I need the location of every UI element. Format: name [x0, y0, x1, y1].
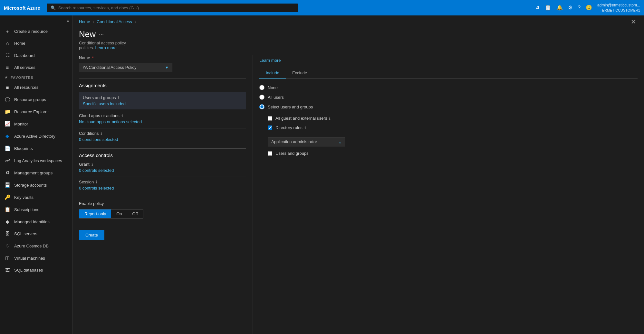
checkbox-directory-roles-input[interactable]: [268, 125, 272, 130]
sidebar-item-resource-groups[interactable]: ◯ Resource groups: [0, 93, 72, 106]
sidebar-item-management-groups[interactable]: ♻ Management groups: [0, 167, 72, 179]
directory-roles-info-icon: ℹ: [304, 125, 306, 130]
settings-icon[interactable]: ⚙: [568, 5, 572, 11]
right-panel: Learn more Include Exclude None All user…: [253, 55, 644, 334]
cosmos-db-label: Azure Cosmos DB: [14, 244, 49, 248]
key-vaults-icon: 🔑: [5, 194, 10, 200]
breadcrumb-section[interactable]: Conditional Access: [97, 19, 132, 24]
assignments-group: Assignments Users and groups ℹ Specific …: [79, 83, 246, 142]
blueprints-label: Blueprints: [14, 146, 33, 151]
page-header: New ··· Conditional access policy polici…: [72, 27, 644, 55]
all-resources-icon: ■: [5, 85, 10, 90]
specific-users-link[interactable]: Specific users included: [83, 101, 242, 106]
radio-none-label: None: [268, 85, 278, 90]
sidebar-item-azure-cosmos-db[interactable]: ♡ Azure Cosmos DB: [0, 240, 72, 252]
access-controls-group: Access controls Grant ℹ 0 controls selec…: [79, 153, 246, 190]
radio-select-users-input[interactable]: [259, 104, 264, 109]
sidebar-item-resource-explorer[interactable]: 📁 Resource Explorer: [0, 106, 72, 118]
radio-select-users[interactable]: Select users and groups: [259, 104, 638, 109]
search-bar[interactable]: 🔍: [47, 4, 298, 12]
search-icon: 🔍: [51, 5, 56, 10]
sidebar-item-key-vaults[interactable]: 🔑 Key vaults: [0, 191, 72, 203]
dashboard-label: Dashboard: [14, 53, 35, 58]
log-analytics-icon: ☍: [5, 158, 10, 163]
sidebar-item-managed-identities[interactable]: ◆ Managed Identities: [0, 216, 72, 228]
radio-none[interactable]: None: [259, 85, 638, 90]
checkbox-directory-roles[interactable]: Directory roles ℹ: [268, 125, 638, 130]
page-subtitle: Conditional access policy policies. Lear…: [79, 41, 638, 50]
grant-value-link[interactable]: 0 controls selected: [79, 168, 246, 173]
home-icon: ⌂: [5, 41, 10, 46]
help-icon[interactable]: ?: [578, 5, 581, 11]
sidebar-item-virtual-machines[interactable]: ◫ Virtual machines: [0, 252, 72, 264]
two-panel: Name * YA Conditional Access Policy ▼ As…: [72, 55, 644, 334]
sidebar: « + Create a resource ⌂ Home ☷ Dashboard…: [0, 15, 72, 334]
tab-bar: Include Exclude: [259, 68, 638, 79]
checkbox-users-groups-input[interactable]: [268, 151, 272, 156]
sidebar-item-subscriptions[interactable]: 📋 Subscriptions: [0, 203, 72, 216]
sidebar-item-blueprints[interactable]: 📄 Blueprints: [0, 142, 72, 154]
conditions-label: Conditions: [79, 131, 99, 136]
enable-policy-label: Enable policy: [79, 201, 246, 206]
search-input[interactable]: [58, 5, 294, 10]
users-checkbox-group: All guest and external users ℹ Directory…: [268, 116, 638, 156]
content-area: Home › Conditional Access › New ··· Cond…: [72, 15, 644, 334]
toggle-report-only-button[interactable]: Report-only: [79, 209, 111, 218]
collapse-sidebar-button[interactable]: «: [0, 15, 72, 25]
sidebar-item-azure-active-directory[interactable]: ◆ Azure Active Directory: [0, 130, 72, 142]
sidebar-item-monitor[interactable]: 📈 Monitor: [0, 118, 72, 130]
checkbox-users-groups-label: Users and groups: [275, 151, 309, 156]
sidebar-item-log-analytics[interactable]: ☍ Log Analytics workspaces: [0, 154, 72, 167]
name-dropdown-icon[interactable]: ▼: [162, 63, 172, 72]
sidebar-item-home[interactable]: ⌂ Home: [0, 37, 72, 49]
user-info[interactable]: admin@ermeticcustom... ERMETICCUSTOMER1: [597, 3, 640, 13]
radio-none-input[interactable]: [259, 85, 264, 90]
checkbox-all-guest-input[interactable]: [268, 116, 272, 121]
radio-all-users[interactable]: All users: [259, 95, 638, 100]
checkbox-users-and-groups[interactable]: Users and groups: [268, 151, 638, 156]
subtitle-learn-more-link[interactable]: Learn more: [95, 45, 117, 50]
close-button[interactable]: ✕: [631, 18, 636, 26]
monitor-label: Monitor: [14, 122, 28, 126]
checkbox-all-guest[interactable]: All guest and external users ℹ: [268, 116, 638, 121]
virtual-machines-label: Virtual machines: [14, 256, 45, 261]
sidebar-item-dashboard[interactable]: ☷ Dashboard: [0, 49, 72, 61]
sidebar-item-create-resource[interactable]: + Create a resource: [0, 25, 72, 37]
session-value-link[interactable]: 0 controls selected: [79, 186, 246, 190]
sidebar-item-all-services[interactable]: ≡ All services: [0, 61, 72, 73]
cloud-shell-icon[interactable]: 🖥: [534, 5, 540, 11]
all-resources-label: All resources: [14, 85, 38, 90]
sidebar-item-sql-databases[interactable]: 🖼 SQL databases: [0, 264, 72, 276]
name-form-group: Name * YA Conditional Access Policy ▼: [79, 55, 246, 72]
toggle-off-button[interactable]: Off: [127, 209, 143, 218]
managed-identities-label: Managed Identities: [14, 219, 50, 224]
azure-ad-icon: ◆: [5, 133, 10, 139]
tab-exclude[interactable]: Exclude: [286, 68, 313, 79]
cosmos-db-icon: ♡: [5, 243, 10, 249]
directory-icon[interactable]: 📋: [545, 5, 551, 11]
create-button[interactable]: Create: [79, 230, 104, 240]
all-services-icon: ≡: [5, 65, 10, 70]
radio-all-users-input[interactable]: [259, 95, 264, 100]
no-cloud-apps-link[interactable]: No cloud apps or actions selected: [79, 119, 246, 124]
subscriptions-icon: 📋: [5, 207, 10, 212]
tab-include[interactable]: Include: [259, 68, 286, 79]
sql-servers-label: SQL servers: [14, 231, 37, 236]
session-label: Session: [79, 180, 94, 184]
right-panel-learn-more[interactable]: Learn more: [259, 58, 281, 63]
more-options-icon[interactable]: ···: [99, 31, 104, 38]
sidebar-item-storage-accounts[interactable]: 💾 Storage accounts: [0, 179, 72, 191]
notification-icon[interactable]: 🔔: [556, 5, 563, 11]
directory-roles-select[interactable]: Application administrator: [268, 137, 345, 146]
feedback-icon[interactable]: 🙂: [586, 5, 592, 11]
toggle-on-button[interactable]: On: [111, 209, 127, 218]
sidebar-item-sql-servers[interactable]: 🗄 SQL servers: [0, 228, 72, 240]
sidebar-item-all-resources[interactable]: ■ All resources: [0, 81, 72, 93]
log-analytics-label: Log Analytics workspaces: [14, 158, 62, 163]
conditions-value-link[interactable]: 0 conditions selected: [79, 137, 246, 142]
home-label: Home: [14, 41, 25, 46]
star-icon: ★: [5, 75, 8, 79]
breadcrumb-home[interactable]: Home: [79, 19, 90, 24]
users-radio-group: None All users Select users and groups: [259, 85, 638, 109]
page-title: New: [79, 29, 96, 39]
